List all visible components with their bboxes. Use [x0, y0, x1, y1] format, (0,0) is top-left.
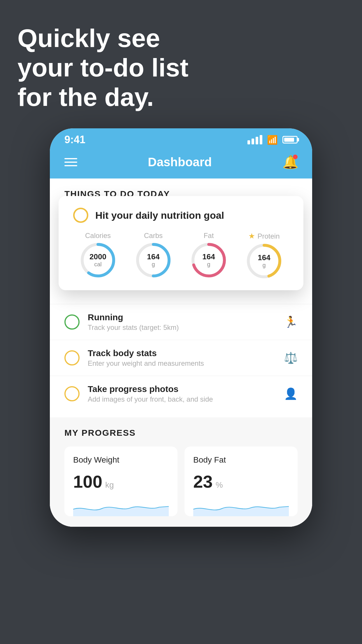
phone-content: THINGS TO DO TODAY Hit your daily nutrit…: [50, 178, 312, 527]
todo-subtitle: Track your stats (target: 5km): [88, 323, 276, 332]
status-bar: 9:41 📶: [50, 128, 312, 149]
todo-item[interactable]: Take progress photos Add images of your …: [50, 376, 312, 412]
nutrition-stat-carbs: Carbs 164 g: [136, 232, 171, 279]
todo-title: Track body stats: [88, 348, 276, 358]
nutrition-card-title: Hit your daily nutrition goal: [95, 210, 224, 221]
todo-circle: [64, 386, 80, 401]
progress-header: MY PROGRESS: [64, 428, 298, 438]
nutrition-stat-protein: ★Protein 164 g: [247, 232, 282, 279]
nutrition-check-circle: [73, 208, 88, 223]
nutrition-stats: Calories 2000 cal Carbs 164 g Fat: [73, 232, 289, 279]
todo-item[interactable]: Track body stats Enter your weight and m…: [50, 340, 312, 376]
progress-value: 100: [73, 472, 102, 492]
todo-right-icon: 🏃: [284, 316, 298, 328]
hamburger-menu[interactable]: [64, 158, 77, 166]
todo-right-icon: 👤: [284, 387, 298, 400]
nutrition-stat-calories: Calories 2000 cal: [80, 232, 115, 279]
star-icon: ★: [248, 232, 255, 241]
todo-title: Take progress photos: [88, 384, 276, 394]
nutrition-stat-fat: Fat 164 g: [191, 232, 226, 279]
progress-unit: kg: [105, 480, 114, 490]
nutrition-card-header: Hit your daily nutrition goal: [73, 208, 289, 223]
todo-subtitle: Add images of your front, back, and side: [88, 395, 276, 403]
todo-list: Running Track your stats (target: 5km) 🏃…: [50, 304, 312, 412]
todo-subtitle: Enter your weight and measurements: [88, 359, 276, 368]
progress-card[interactable]: Body Fat 23 %: [184, 447, 298, 516]
progress-chart: [73, 499, 169, 516]
todo-circle: [64, 314, 80, 330]
notification-dot: [293, 155, 298, 159]
phone-mockup: 9:41 📶 Dashboard 🔔 THINGS TO DO TODAY: [50, 128, 312, 527]
progress-card-title: Body Weight: [73, 455, 169, 465]
signal-icon: [247, 135, 262, 144]
status-icons: 📶: [247, 135, 298, 145]
progress-card-title: Body Fat: [193, 455, 289, 465]
progress-card[interactable]: Body Weight 100 kg: [64, 447, 178, 516]
todo-item[interactable]: Running Track your stats (target: 5km) 🏃: [50, 304, 312, 340]
todo-title: Running: [88, 312, 276, 322]
progress-value: 23: [193, 472, 213, 492]
nav-title: Dashboard: [148, 155, 212, 169]
app-headline: Quickly see your to-do list for the day.: [17, 23, 189, 112]
nav-bar: Dashboard 🔔: [50, 149, 312, 178]
progress-unit: %: [216, 480, 223, 490]
todo-circle: [64, 350, 80, 365]
wifi-icon: 📶: [267, 135, 278, 145]
status-time: 9:41: [64, 134, 85, 146]
progress-chart: [193, 499, 289, 516]
nutrition-card: Hit your daily nutrition goal Calories 2…: [59, 196, 303, 290]
battery-icon: [282, 136, 298, 144]
progress-section: MY PROGRESS Body Weight 100 kg Body Fat …: [50, 417, 312, 527]
progress-cards: Body Weight 100 kg Body Fat 23 %: [64, 447, 298, 516]
todo-right-icon: ⚖️: [284, 351, 298, 364]
notification-bell-button[interactable]: 🔔: [282, 155, 298, 170]
